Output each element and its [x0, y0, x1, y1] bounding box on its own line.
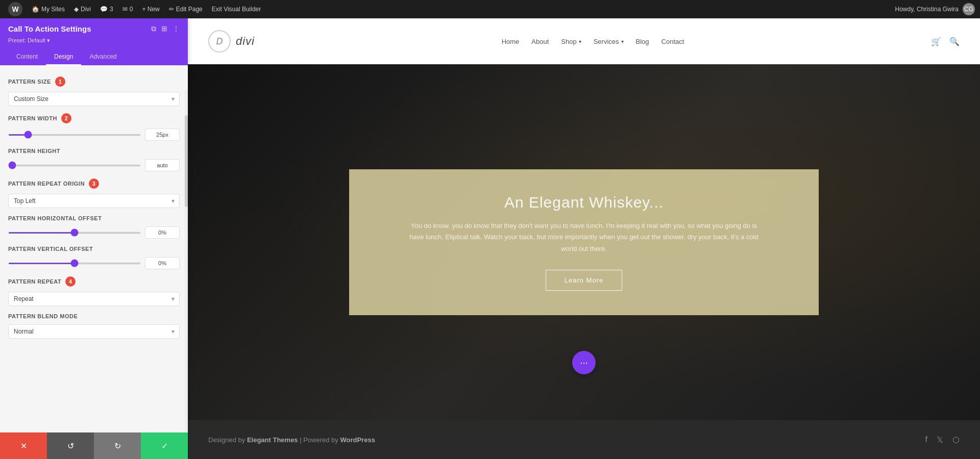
exit-builder-btn[interactable]: Exit Visual Builder — [209, 0, 264, 18]
pattern-h-offset-slider[interactable] — [8, 232, 141, 234]
edit-page-label: Edit Page — [176, 6, 203, 13]
pattern-repeat-label: Pattern Repeat — [8, 278, 61, 285]
pattern-height-input[interactable] — [145, 159, 180, 171]
tab-content[interactable]: Content — [8, 49, 46, 65]
my-sites-btn[interactable]: 🏠 My Sites — [29, 0, 68, 18]
nav-contact[interactable]: Contact — [662, 38, 684, 45]
nav-blog[interactable]: Blog — [636, 38, 649, 45]
pattern-h-offset-input[interactable] — [145, 226, 180, 239]
pattern-repeat-origin-header: Pattern Repeat Origin 3 — [8, 178, 180, 189]
new-btn[interactable]: + New — [139, 0, 162, 18]
comments-btn[interactable]: 💬 3 — [97, 0, 116, 18]
pattern-width-badge: 2 — [61, 113, 71, 123]
wp-logo-btn[interactable]: W — [5, 0, 26, 18]
nav-shop[interactable]: Shop ▾ — [561, 38, 581, 45]
pattern-width-control — [8, 129, 180, 141]
pattern-height-slider-container — [8, 165, 141, 166]
confirm-button[interactable]: ✓ — [141, 432, 188, 459]
pattern-v-offset-slider[interactable] — [8, 263, 141, 264]
pattern-width-header: Pattern Width 2 — [8, 113, 180, 123]
pattern-v-offset-input[interactable] — [145, 257, 180, 269]
search-icon[interactable]: 🔍 — [949, 37, 960, 46]
scroll-thumb[interactable] — [185, 115, 188, 207]
nav-services[interactable]: Services ▾ — [594, 38, 624, 45]
pattern-v-offset-slider-row — [8, 257, 180, 269]
redo-button[interactable]: ↻ — [94, 432, 141, 459]
facebook-icon[interactable]: f — [925, 435, 927, 445]
pattern-blend-header: Pattern Blend Mode — [8, 313, 180, 319]
wp-logo-icon: W — [8, 2, 22, 16]
admin-bar: W 🏠 My Sites ◆ Divi 💬 3 ✉ 0 + New ✏ Edit… — [0, 0, 980, 18]
pattern-repeat-origin-control: Top Left Top Center Top Right Center Bot… — [8, 194, 180, 208]
divi-icon: ◆ — [74, 6, 79, 13]
nav-icons: 🛒 🔍 — [931, 37, 960, 46]
logo-text: divi — [236, 35, 255, 48]
panel-layout-icon[interactable]: ⊞ — [161, 24, 167, 33]
pattern-height-label: Pattern Height — [8, 148, 60, 154]
hero-background: An Elegant Whiskey... You do know, you d… — [188, 64, 980, 420]
cta-body: You do know, you do know that they don't… — [405, 220, 763, 254]
panel-title: Call To Action Settings — [8, 24, 91, 33]
pattern-height-slider[interactable] — [8, 165, 141, 166]
elegant-themes-link[interactable]: Elegant Themes — [247, 436, 298, 444]
instagram-icon[interactable]: ⬡ — [952, 435, 960, 445]
panel-copy-icon[interactable]: ⧉ — [151, 24, 156, 33]
cart-icon[interactable]: 🛒 — [931, 37, 941, 46]
messages-btn[interactable]: ✉ 0 — [119, 0, 136, 18]
pattern-width-slider-row — [8, 129, 180, 141]
tab-design[interactable]: Design — [46, 49, 81, 65]
pattern-repeat-select-wrapper: Repeat No Repeat Repeat X Repeat Y — [8, 292, 180, 306]
pattern-h-offset-slider-row — [8, 226, 180, 239]
cancel-icon: ✕ — [20, 441, 27, 451]
redo-icon: ↻ — [114, 441, 121, 451]
panel-bottom-buttons: ✕ ↺ ↻ ✓ — [0, 432, 188, 459]
comments-count: 3 — [110, 6, 113, 13]
tab-advanced[interactable]: Advanced — [81, 49, 125, 65]
pattern-size-control: Custom Size Auto Size — [8, 92, 180, 106]
pattern-repeat-origin-select[interactable]: Top Left Top Center Top Right Center Bot… — [8, 194, 180, 208]
settings-panel: Call To Action Settings ⧉ ⊞ ⋮ Preset: De… — [0, 18, 188, 459]
pattern-v-offset-label: Pattern Vertical Offset — [8, 246, 93, 252]
nav-links: Home About Shop ▾ Services ▾ Blog Contac… — [502, 38, 684, 45]
edit-page-btn[interactable]: ✏ Edit Page — [166, 0, 206, 18]
site-footer: Designed by Elegant Themes | Powered by … — [188, 420, 980, 459]
pattern-width-slider[interactable] — [8, 134, 141, 136]
divi-btn[interactable]: ◆ Divi — [71, 0, 94, 18]
pattern-blend-select-wrapper: Normal Multiply Screen Overlay Darken Li… — [8, 324, 180, 339]
pattern-width-label: Pattern Width — [8, 115, 57, 121]
pattern-repeat-select[interactable]: Repeat No Repeat Repeat X Repeat Y — [8, 292, 180, 306]
cancel-button[interactable]: ✕ — [0, 432, 47, 459]
pattern-width-input[interactable] — [145, 129, 180, 141]
services-chevron-icon: ▾ — [621, 39, 624, 44]
floating-dots-button[interactable]: ··· — [572, 351, 596, 374]
twitter-icon[interactable]: 𝕏 — [937, 435, 943, 445]
logo-letter: D — [216, 36, 223, 47]
pattern-v-offset-slider-container — [8, 263, 141, 264]
panel-tabs: Content Design Advanced — [8, 49, 180, 65]
undo-button[interactable]: ↺ — [47, 432, 94, 459]
pattern-size-select[interactable]: Custom Size Auto Size — [8, 92, 180, 106]
pattern-size-badge: 1 — [55, 76, 65, 87]
my-sites-icon: 🏠 — [32, 6, 39, 13]
admin-bar-right: Howdy, Christina Gwira CG — [895, 3, 975, 15]
cta-learn-more-button[interactable]: Learn More — [546, 270, 622, 291]
footer-credit: Designed by Elegant Themes | Powered by … — [208, 436, 375, 444]
nav-home[interactable]: Home — [502, 38, 520, 45]
panel-menu-icon[interactable]: ⋮ — [173, 24, 180, 33]
pattern-repeat-origin-select-wrapper: Top Left Top Center Top Right Center Bot… — [8, 194, 180, 208]
footer-prefix: Designed by — [208, 436, 247, 444]
confirm-icon: ✓ — [161, 441, 168, 451]
divi-label: Divi — [81, 6, 91, 13]
exit-builder-label: Exit Visual Builder — [212, 6, 261, 13]
nav-about[interactable]: About — [531, 38, 549, 45]
pattern-repeat-origin-badge: 3 — [89, 178, 99, 189]
pattern-v-offset-control — [8, 257, 180, 269]
avatar: CG — [963, 3, 975, 15]
panel-content: Pattern Size 1 Custom Size Auto Size Pat… — [0, 65, 188, 432]
edit-icon: ✏ — [169, 6, 174, 13]
panel-preset[interactable]: Preset: Default ▾ — [8, 37, 180, 44]
site-logo: D divi — [208, 30, 255, 53]
pattern-blend-select[interactable]: Normal Multiply Screen Overlay Darken Li… — [8, 324, 180, 339]
new-label: + New — [142, 6, 159, 13]
wordpress-link[interactable]: WordPress — [340, 436, 375, 444]
